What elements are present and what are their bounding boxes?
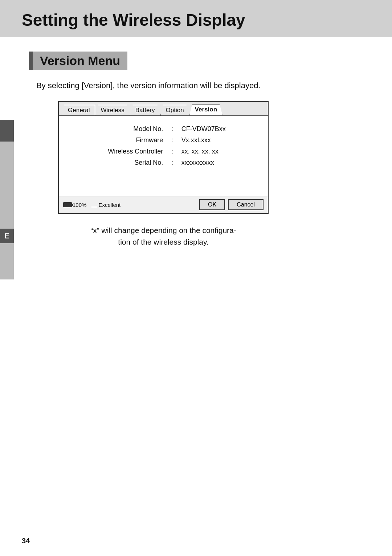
- signal-label: Excellent: [98, 202, 199, 208]
- info-row: Model No.:CF-VDW07Bxx: [66, 123, 261, 135]
- tab-general[interactable]: General: [61, 105, 95, 115]
- dialog-content: Model No.:CF-VDW07BxxFirmware:Vx.xxLxxxW…: [59, 116, 268, 196]
- info-label: Serial No.: [66, 157, 166, 168]
- info-value: xx. xx. xx. xx: [179, 146, 261, 157]
- info-row: Wireless Controller:xx. xx. xx. xx: [66, 146, 261, 157]
- sidebar-accent: E: [0, 120, 14, 279]
- dialog-footer: 100% ⸏ Excellent OK Cancel: [59, 196, 268, 213]
- signal-icon: ⸏: [91, 201, 97, 208]
- sidebar-light2: [0, 243, 14, 279]
- section-heading-bar: [29, 52, 33, 70]
- intro-text: By selecting [Version], the version info…: [36, 81, 370, 90]
- info-separator: :: [166, 146, 178, 157]
- info-row: Serial No.:xxxxxxxxxx: [66, 157, 261, 168]
- info-label: Firmware: [66, 135, 166, 146]
- tab-wireless[interactable]: Wireless: [95, 105, 130, 115]
- sidebar-letter: E: [0, 229, 14, 243]
- caption-line2: tion of the wireless display.: [118, 238, 208, 246]
- info-value: CF-VDW07Bxx: [179, 123, 261, 135]
- cancel-button[interactable]: Cancel: [228, 199, 264, 210]
- info-separator: :: [166, 135, 178, 146]
- dialog-wrapper: General Wireless Battery Option Version: [58, 101, 269, 214]
- section-heading-wrapper: Version Menu: [29, 52, 370, 70]
- tab-version[interactable]: Version: [189, 104, 222, 115]
- ok-button[interactable]: OK: [199, 199, 225, 210]
- tabs-row: General Wireless Battery Option Version: [59, 102, 268, 116]
- info-label: Wireless Controller: [66, 146, 166, 157]
- footer-buttons: OK Cancel: [199, 199, 264, 210]
- info-value: Vx.xxLxxx: [179, 135, 261, 146]
- page: Setting the Wireless Display E Version M…: [0, 0, 392, 556]
- sidebar-light: [0, 142, 14, 229]
- battery-icon: [63, 202, 72, 207]
- page-number: 34: [22, 537, 30, 545]
- tab-option[interactable]: Option: [160, 105, 189, 115]
- info-value: xxxxxxxxxx: [179, 157, 261, 168]
- tab-battery[interactable]: Battery: [130, 105, 160, 115]
- info-row: Firmware:Vx.xxLxxx: [66, 135, 261, 146]
- info-separator: :: [166, 123, 178, 135]
- battery-percent: 100%: [73, 202, 86, 208]
- header-bar: Setting the Wireless Display: [0, 0, 392, 37]
- sidebar-top-dark: [0, 120, 14, 142]
- caption-text: “x” will change depending on the configu…: [58, 225, 269, 248]
- info-label: Model No.: [66, 123, 166, 135]
- info-separator: :: [166, 157, 178, 168]
- info-table: Model No.:CF-VDW07BxxFirmware:Vx.xxLxxxW…: [66, 123, 261, 168]
- section-heading: Version Menu: [33, 52, 127, 70]
- caption-line1: “x” will change depending on the configu…: [90, 226, 236, 234]
- main-content: Version Menu By selecting [Version], the…: [0, 37, 392, 262]
- dialog-box: General Wireless Battery Option Version: [58, 101, 269, 214]
- page-title: Setting the Wireless Display: [22, 10, 370, 30]
